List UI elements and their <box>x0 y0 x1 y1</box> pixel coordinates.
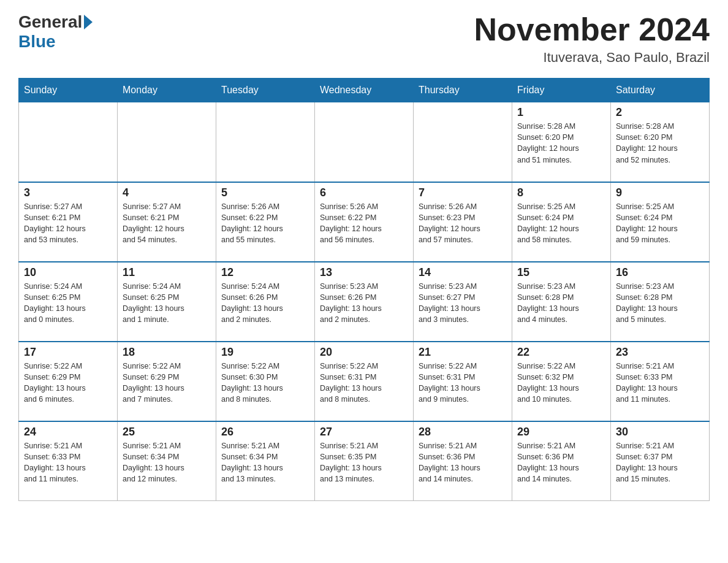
day-info: Sunrise: 5:23 AMSunset: 6:28 PMDaylight:… <box>517 281 605 326</box>
day-number: 16 <box>616 266 704 279</box>
page-header: General Blue November 2024 Ituverava, Sa… <box>18 12 710 66</box>
day-info: Sunrise: 5:22 AMSunset: 6:29 PMDaylight:… <box>24 361 112 405</box>
day-number: 22 <box>517 346 605 359</box>
header-row: SundayMondayTuesdayWednesdayThursdayFrid… <box>19 79 710 102</box>
calendar-day-cell: 8Sunrise: 5:25 AMSunset: 6:24 PMDaylight… <box>512 182 611 262</box>
day-number: 19 <box>221 346 309 359</box>
day-number: 25 <box>123 426 211 439</box>
day-number: 21 <box>419 346 507 359</box>
calendar-day-cell: 22Sunrise: 5:22 AMSunset: 6:32 PMDayligh… <box>512 342 611 421</box>
calendar-day-cell: 4Sunrise: 5:27 AMSunset: 6:21 PMDaylight… <box>118 182 216 262</box>
calendar-week-row: 1Sunrise: 5:28 AMSunset: 6:20 PMDaylight… <box>19 102 710 182</box>
logo-blue-text: Blue <box>18 32 56 51</box>
day-number: 24 <box>24 426 112 439</box>
calendar-day-cell: 28Sunrise: 5:21 AMSunset: 6:36 PMDayligh… <box>414 421 512 501</box>
calendar-day-cell <box>216 102 315 182</box>
day-number: 13 <box>320 266 408 279</box>
day-number: 30 <box>616 426 704 439</box>
calendar-day-cell: 25Sunrise: 5:21 AMSunset: 6:34 PMDayligh… <box>118 421 216 501</box>
day-info: Sunrise: 5:21 AMSunset: 6:36 PMDaylight:… <box>419 440 507 485</box>
day-info: Sunrise: 5:21 AMSunset: 6:34 PMDaylight:… <box>221 440 309 485</box>
calendar-day-cell: 30Sunrise: 5:21 AMSunset: 6:37 PMDayligh… <box>611 421 710 501</box>
day-info: Sunrise: 5:22 AMSunset: 6:29 PMDaylight:… <box>123 361 211 405</box>
day-number: 8 <box>517 186 605 199</box>
day-number: 10 <box>24 266 112 279</box>
calendar-header: SundayMondayTuesdayWednesdayThursdayFrid… <box>19 79 710 102</box>
day-number: 2 <box>616 106 704 119</box>
calendar-day-cell: 9Sunrise: 5:25 AMSunset: 6:24 PMDaylight… <box>611 182 710 262</box>
day-number: 12 <box>221 266 309 279</box>
month-title: November 2024 <box>474 12 710 47</box>
calendar-day-cell: 2Sunrise: 5:28 AMSunset: 6:20 PMDaylight… <box>611 102 710 182</box>
calendar-table: SundayMondayTuesdayWednesdayThursdayFrid… <box>18 78 710 501</box>
calendar-day-cell <box>118 102 216 182</box>
day-number: 28 <box>419 426 507 439</box>
calendar-day-cell: 17Sunrise: 5:22 AMSunset: 6:29 PMDayligh… <box>19 342 118 421</box>
calendar-day-cell: 18Sunrise: 5:22 AMSunset: 6:29 PMDayligh… <box>118 342 216 421</box>
day-info: Sunrise: 5:21 AMSunset: 6:33 PMDaylight:… <box>24 440 112 485</box>
calendar-day-cell <box>19 102 118 182</box>
calendar-week-row: 10Sunrise: 5:24 AMSunset: 6:25 PMDayligh… <box>19 262 710 342</box>
calendar-day-cell: 23Sunrise: 5:21 AMSunset: 6:33 PMDayligh… <box>611 342 710 421</box>
calendar-week-row: 17Sunrise: 5:22 AMSunset: 6:29 PMDayligh… <box>19 342 710 421</box>
day-of-week-header: Wednesday <box>315 79 414 102</box>
day-number: 5 <box>221 186 309 199</box>
day-info: Sunrise: 5:27 AMSunset: 6:21 PMDaylight:… <box>24 201 112 246</box>
day-number: 20 <box>320 346 408 359</box>
day-number: 26 <box>221 426 309 439</box>
calendar-day-cell: 14Sunrise: 5:23 AMSunset: 6:27 PMDayligh… <box>414 262 512 342</box>
calendar-day-cell: 10Sunrise: 5:24 AMSunset: 6:25 PMDayligh… <box>19 262 118 342</box>
day-info: Sunrise: 5:26 AMSunset: 6:23 PMDaylight:… <box>419 201 507 246</box>
calendar-day-cell: 11Sunrise: 5:24 AMSunset: 6:25 PMDayligh… <box>118 262 216 342</box>
day-number: 27 <box>320 426 408 439</box>
day-info: Sunrise: 5:23 AMSunset: 6:28 PMDaylight:… <box>616 281 704 326</box>
calendar-day-cell: 19Sunrise: 5:22 AMSunset: 6:30 PMDayligh… <box>216 342 315 421</box>
calendar-day-cell <box>315 102 414 182</box>
day-info: Sunrise: 5:24 AMSunset: 6:25 PMDaylight:… <box>123 281 211 326</box>
day-info: Sunrise: 5:28 AMSunset: 6:20 PMDaylight:… <box>616 121 704 166</box>
calendar-day-cell: 6Sunrise: 5:26 AMSunset: 6:22 PMDaylight… <box>315 182 414 262</box>
calendar-day-cell: 16Sunrise: 5:23 AMSunset: 6:28 PMDayligh… <box>611 262 710 342</box>
calendar-day-cell: 26Sunrise: 5:21 AMSunset: 6:34 PMDayligh… <box>216 421 315 501</box>
day-info: Sunrise: 5:23 AMSunset: 6:26 PMDaylight:… <box>320 281 408 326</box>
day-info: Sunrise: 5:22 AMSunset: 6:31 PMDaylight:… <box>419 361 507 405</box>
day-info: Sunrise: 5:24 AMSunset: 6:26 PMDaylight:… <box>221 281 309 326</box>
day-number: 4 <box>123 186 211 199</box>
day-info: Sunrise: 5:21 AMSunset: 6:34 PMDaylight:… <box>123 440 211 485</box>
calendar-day-cell: 15Sunrise: 5:23 AMSunset: 6:28 PMDayligh… <box>512 262 611 342</box>
day-number: 14 <box>419 266 507 279</box>
day-info: Sunrise: 5:27 AMSunset: 6:21 PMDaylight:… <box>123 201 211 246</box>
calendar-day-cell: 3Sunrise: 5:27 AMSunset: 6:21 PMDaylight… <box>19 182 118 262</box>
day-number: 1 <box>517 106 605 119</box>
day-info: Sunrise: 5:24 AMSunset: 6:25 PMDaylight:… <box>24 281 112 326</box>
calendar-day-cell: 7Sunrise: 5:26 AMSunset: 6:23 PMDaylight… <box>414 182 512 262</box>
day-number: 11 <box>123 266 211 279</box>
day-info: Sunrise: 5:26 AMSunset: 6:22 PMDaylight:… <box>320 201 408 246</box>
logo: General Blue <box>18 12 94 52</box>
calendar-day-cell: 13Sunrise: 5:23 AMSunset: 6:26 PMDayligh… <box>315 262 414 342</box>
calendar-day-cell: 21Sunrise: 5:22 AMSunset: 6:31 PMDayligh… <box>414 342 512 421</box>
logo-general-text: General <box>18 12 82 32</box>
logo-arrow-icon <box>84 15 93 29</box>
day-number: 9 <box>616 186 704 199</box>
day-info: Sunrise: 5:22 AMSunset: 6:31 PMDaylight:… <box>320 361 408 405</box>
calendar-day-cell: 20Sunrise: 5:22 AMSunset: 6:31 PMDayligh… <box>315 342 414 421</box>
day-info: Sunrise: 5:21 AMSunset: 6:33 PMDaylight:… <box>616 361 704 405</box>
day-of-week-header: Friday <box>512 79 611 102</box>
calendar-body: 1Sunrise: 5:28 AMSunset: 6:20 PMDaylight… <box>19 102 710 501</box>
calendar-day-cell: 1Sunrise: 5:28 AMSunset: 6:20 PMDaylight… <box>512 102 611 182</box>
calendar-week-row: 24Sunrise: 5:21 AMSunset: 6:33 PMDayligh… <box>19 421 710 501</box>
title-section: November 2024 Ituverava, Sao Paulo, Braz… <box>474 12 710 66</box>
calendar-day-cell <box>414 102 512 182</box>
location-subtitle: Ituverava, Sao Paulo, Brazil <box>474 50 710 66</box>
day-of-week-header: Saturday <box>611 79 710 102</box>
day-of-week-header: Thursday <box>414 79 512 102</box>
day-number: 6 <box>320 186 408 199</box>
day-number: 18 <box>123 346 211 359</box>
day-info: Sunrise: 5:22 AMSunset: 6:30 PMDaylight:… <box>221 361 309 405</box>
day-of-week-header: Tuesday <box>216 79 315 102</box>
day-info: Sunrise: 5:26 AMSunset: 6:22 PMDaylight:… <box>221 201 309 246</box>
day-info: Sunrise: 5:21 AMSunset: 6:35 PMDaylight:… <box>320 440 408 485</box>
day-info: Sunrise: 5:21 AMSunset: 6:37 PMDaylight:… <box>616 440 704 485</box>
day-info: Sunrise: 5:23 AMSunset: 6:27 PMDaylight:… <box>419 281 507 326</box>
